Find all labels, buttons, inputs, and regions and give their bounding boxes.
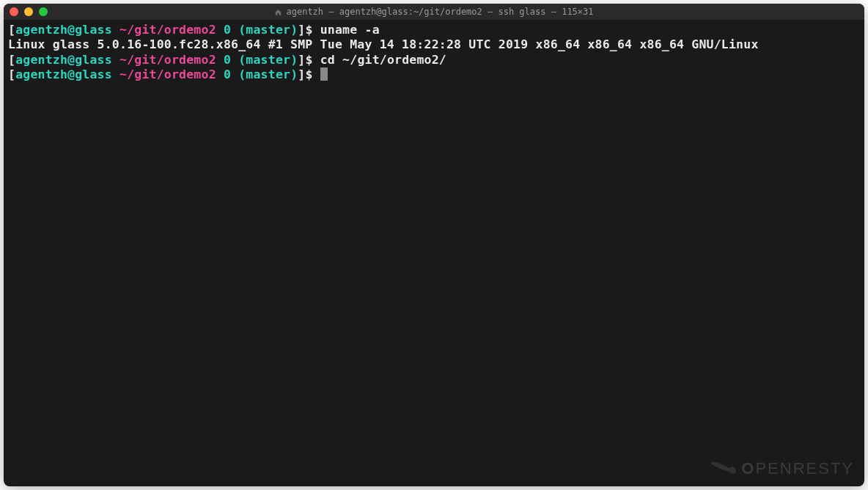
prompt-user: agentzh@glass [15,53,112,67]
prompt-branch-open: ( [238,67,246,81]
terminal-window: agentzh — agentzh@glass:~/git/ordemo2 — … [4,4,864,486]
prompt-bracket-close: ] [298,23,305,37]
watermark-text: OPENRESTY [741,459,854,478]
prompt-user: agentzh@glass [15,23,112,37]
prompt-bracket: [ [8,67,15,81]
prompt-bracket: [ [8,53,15,67]
traffic-lights [10,7,48,16]
prompt-bracket-close: ] [298,67,305,81]
prompt-branch-open: ( [238,23,246,37]
titlebar: agentzh — agentzh@glass:~/git/ordemo2 — … [4,4,864,20]
prompt-bracket-close: ] [298,53,305,67]
terminal-line: [agentzh@glass ~/git/ordemo2 0 (master)]… [8,53,860,67]
svg-point-0 [729,467,736,474]
command-text: uname -a [320,23,380,37]
close-icon[interactable] [10,7,18,16]
prompt-user: agentzh@glass [15,67,112,81]
terminal-line: [agentzh@glass ~/git/ordemo2 0 (master)]… [8,23,860,37]
prompt-path: ~/git/ordemo2 [119,23,216,37]
prompt-status: 0 [224,67,231,81]
window-title: agentzh — agentzh@glass:~/git/ordemo2 — … [274,7,593,17]
prompt-bracket: [ [8,23,15,37]
cursor [320,67,328,81]
prompt-dollar: $ [305,67,312,81]
prompt-status: 0 [224,53,231,67]
prompt-path: ~/git/ordemo2 [119,53,216,67]
prompt-branch: master [246,67,290,81]
output-text: Linux glass 5.0.16-100.fc28.x86_64 #1 SM… [8,37,759,51]
prompt-branch-close: ) [290,67,298,81]
bird-icon [709,458,738,479]
terminal-line: [agentzh@glass ~/git/ordemo2 0 (master)]… [8,67,860,82]
prompt-path: ~/git/ordemo2 [119,67,216,81]
command-text: cd ~/git/ordemo2/ [320,53,446,67]
maximize-icon[interactable] [39,7,48,16]
prompt-branch-open: ( [238,53,246,67]
prompt-branch: master [246,23,290,37]
prompt-branch: master [246,53,290,67]
watermark: OPENRESTY [709,458,854,479]
prompt-branch-close: ) [290,53,298,67]
prompt-status: 0 [224,23,231,37]
prompt-branch-close: ) [290,23,298,37]
prompt-dollar: $ [305,23,312,37]
window-title-text: agentzh — agentzh@glass:~/git/ordemo2 — … [286,7,593,17]
terminal-content[interactable]: [agentzh@glass ~/git/ordemo2 0 (master)]… [4,20,864,86]
home-icon [274,8,282,15]
minimize-icon[interactable] [24,7,33,16]
terminal-line: Linux glass 5.0.16-100.fc28.x86_64 #1 SM… [8,37,860,52]
prompt-dollar: $ [305,53,312,67]
